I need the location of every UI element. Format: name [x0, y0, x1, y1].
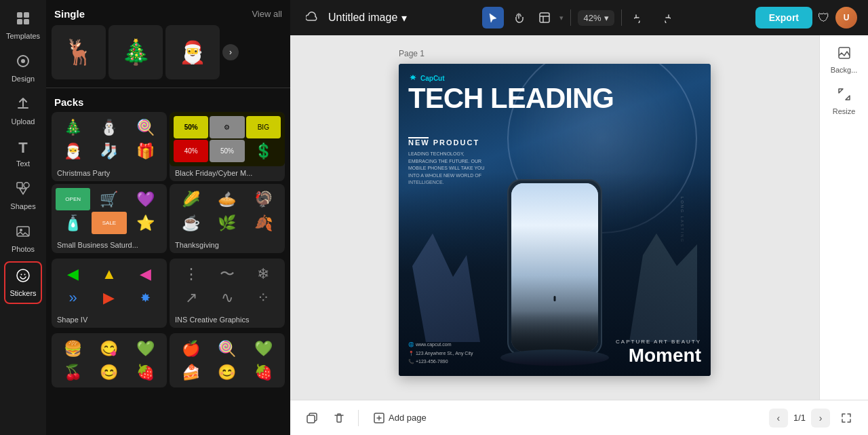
left-sidebar: Templates Design Upload T Text [0, 0, 46, 435]
cursor-tool-button[interactable] [482, 7, 504, 29]
view-all-button[interactable]: View all [252, 9, 282, 19]
stickers-icon [16, 268, 31, 286]
sidebar-item-shapes[interactable]: Shapes [4, 176, 42, 216]
canvas-capture-text: CAPTURE ART BEAUTY [616, 339, 701, 345]
sticker-tree[interactable]: 🎄 [108, 25, 163, 79]
expand-button[interactable] [835, 407, 857, 429]
sidebar-item-upload[interactable]: Upload [4, 91, 42, 131]
file-info[interactable]: Untitled image ▾ [328, 12, 407, 24]
single-stickers-row: 🦌 🎄 🎅 › [46, 25, 290, 85]
pack-christmas[interactable]: 🎄 ⛄ 🍭 🎅 🧦 🎁 Christmas Party [52, 112, 167, 181]
layout-tool-button[interactable] [534, 7, 555, 29]
background-label: Backg... [831, 66, 858, 74]
zoom-chevron: ▾ [604, 13, 609, 23]
pack-christmas-label: Christmas Party [52, 166, 167, 181]
sticker-reindeer[interactable]: 🦌 [52, 25, 106, 79]
right-panel-background[interactable]: Backg... [824, 41, 865, 79]
topbar-left: Untitled image ▾ [301, 7, 477, 29]
pack-ins-creative[interactable]: ⋮ 〜 ❄ ↗ ∿ ⁘ INS Creative Graphics [170, 259, 285, 328]
sidebar-item-text[interactable]: T Text [4, 134, 42, 173]
packs-section-title: Packs [46, 91, 290, 112]
pack-food-right-thumb: 🍎 🍭 💚 🍰 😊 🍓 [170, 333, 285, 387]
canvas-contact: 🌐 www.capcut.com 📍 123 Anywhere St., Any… [408, 341, 473, 366]
filename-chevron: ▾ [401, 12, 407, 24]
main-area: Untitled image ▾ ▾ [290, 0, 868, 435]
filename: Untitled image [328, 12, 397, 24]
undo-button[interactable] [629, 7, 650, 29]
right-panel-resize[interactable]: Resize [824, 82, 865, 121]
bottom-separator [358, 410, 359, 426]
zoom-control[interactable]: 42% ▾ [578, 10, 614, 26]
canvas-title: TECH LEADING [408, 84, 614, 113]
shapes-label: Shapes [10, 202, 35, 210]
svg-rect-15 [307, 415, 315, 423]
canvas-logo: CapCut [408, 73, 445, 83]
shape-ins-grid: ◀ ▲ ◀ » ▶ ✸ Shape IV ⋮ 〜 ❄ ↗ ∿ ⁘ INS Cre… [46, 259, 290, 333]
sidebar-item-photos[interactable]: Photos [4, 219, 42, 259]
upload-label: Upload [12, 117, 35, 126]
export-button[interactable]: Export [755, 7, 812, 29]
canvas-bottom-text: CAPTURE ART BEAUTY Moment [616, 339, 701, 366]
templates-icon [16, 11, 31, 29]
next-page-button[interactable]: › [811, 409, 830, 428]
shapes-icon [16, 181, 31, 200]
shield-icon[interactable]: 🛡 [818, 11, 830, 25]
svg-point-7 [24, 183, 29, 188]
bottom-bar-left: Add page [301, 407, 483, 429]
sidebar-item-templates[interactable]: Templates [4, 5, 42, 45]
cloud-save-button[interactable] [301, 7, 323, 29]
bottom-bar-right: ‹ 1/1 › [675, 407, 857, 429]
templates-label: Templates [6, 32, 40, 40]
photos-label: Photos [12, 245, 35, 253]
svg-rect-0 [17, 12, 22, 18]
canvas-design: CapCut LONG LASTING TECH LEADING NEW PRO… [399, 64, 711, 376]
pack-shape-iv[interactable]: ◀ ▲ ◀ » ▶ ✸ Shape IV [52, 259, 167, 328]
sidebar-item-design[interactable]: Design [4, 48, 42, 88]
pack-ins-creative-label: INS Creative Graphics [170, 313, 285, 328]
canvas-phone [507, 179, 602, 356]
sidebar-item-stickers[interactable]: Stickers [4, 261, 42, 304]
canvas-frame[interactable]: CapCut LONG LASTING TECH LEADING NEW PRO… [399, 64, 711, 376]
pack-smallbiz-thumb: OPEN 🛒 💜 🧴 SALE ⭐ [52, 184, 167, 238]
add-page-button[interactable]: Add page [367, 409, 433, 428]
page-label: Page 1 [399, 49, 425, 58]
resize-label: Resize [833, 107, 856, 115]
svg-point-9 [20, 229, 22, 231]
canvas-phone-screen [511, 183, 598, 352]
pack-blackfriday[interactable]: 50% ⚙ BIG 40% 50% 💲 Black Friday/Cyber M… [170, 112, 285, 181]
svg-point-12 [24, 274, 26, 276]
duplicate-frame-button[interactable] [301, 407, 323, 429]
pack-ins-creative-thumb: ⋮ 〜 ❄ ↗ ∿ ⁘ [170, 259, 285, 313]
separator-1 [570, 10, 571, 26]
next-arrow-button[interactable]: › [222, 44, 239, 60]
user-avatar[interactable]: U [835, 7, 857, 29]
pack-food-left-thumb: 🍔 😋 💚 🍒 😊 🍓 [52, 333, 167, 387]
pack-thanksgiving[interactable]: 🌽 🥧 🦃 ☕ 🌿 🍂 Thanksgiving [170, 184, 285, 253]
svg-point-5 [21, 59, 25, 63]
svg-point-10 [17, 269, 29, 282]
photos-icon [16, 224, 31, 242]
sticker-hat[interactable]: 🎅 [165, 25, 220, 79]
svg-rect-13 [540, 13, 549, 22]
resize-icon [837, 88, 851, 105]
zoom-value: 42% [583, 13, 601, 23]
page-indicator: 1/1 [793, 413, 806, 423]
pack-shape-iv-label: Shape IV [52, 313, 167, 328]
canvas-bottom-left: 🌐 www.capcut.com 📍 123 Anywhere St., Any… [408, 341, 473, 366]
svg-point-11 [21, 274, 22, 276]
canvas-subtitle: NEW PRODUCT [408, 138, 479, 147]
topbar: Untitled image ▾ ▾ [290, 0, 868, 35]
text-label: Text [16, 159, 30, 168]
prev-page-button[interactable]: ‹ [769, 409, 788, 428]
pack-blackfriday-thumb: 50% ⚙ BIG 40% 50% 💲 [170, 112, 285, 166]
delete-frame-button[interactable] [328, 407, 350, 429]
hand-tool-button[interactable] [508, 7, 530, 29]
redo-button[interactable] [654, 7, 676, 29]
pack-food-left[interactable]: 🍔 😋 💚 🍒 😊 🍓 [52, 333, 167, 387]
pack-food-right[interactable]: 🍎 🍭 💚 🍰 😊 🍓 [170, 333, 285, 387]
pack-smallbiz[interactable]: OPEN 🛒 💜 🧴 SALE ⭐ Small Business Saturd.… [52, 184, 167, 253]
upload-icon [16, 96, 31, 115]
topbar-right: Export 🛡 U [682, 7, 857, 29]
topbar-center: ▾ 42% ▾ [482, 7, 675, 29]
canvas-phone-base [500, 349, 609, 366]
